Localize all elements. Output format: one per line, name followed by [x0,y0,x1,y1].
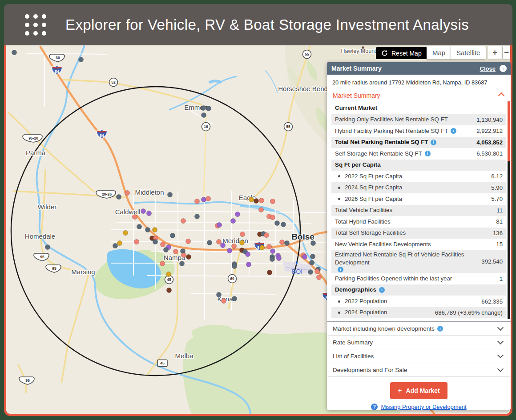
accordion-rate-summary[interactable]: Rate Summary [328,336,510,349]
facility-marker-purple[interactable] [235,212,240,217]
facility-marker-slate[interactable] [180,261,185,266]
section-market-summary[interactable]: Market Summary [327,88,511,102]
info-icon[interactable]: i [425,151,431,156]
facility-marker-salmon[interactable] [267,244,272,249]
facility-marker-slate[interactable] [217,292,222,297]
facility-marker-slate[interactable] [202,113,206,118]
facility-marker-salmon[interactable] [181,253,186,258]
accordion-list-of-facilities[interactable]: List of Facilities [328,349,510,363]
reset-map-button[interactable]: Reset Map [376,47,427,59]
scrollbar-thumb[interactable] [508,101,510,161]
facility-marker-salmon[interactable] [134,240,139,244]
facility-marker-slate[interactable] [45,245,50,250]
facility-marker-gold[interactable] [117,241,122,246]
facility-marker-purple[interactable] [147,211,152,216]
zoom-out-button[interactable]: − [503,46,510,59]
info-icon[interactable]: i [437,326,443,332]
facility-marker-gold[interactable] [166,272,171,277]
info-icon[interactable]: i [338,267,343,272]
add-market-button[interactable]: + Add Market [390,382,447,399]
facility-marker-slate[interactable] [207,240,212,245]
facility-marker-slate[interactable] [201,106,206,111]
facility-marker-slate[interactable] [145,228,150,232]
facility-marker-purple[interactable] [221,243,226,248]
facility-marker-brown[interactable] [167,288,172,293]
satellite-type-button[interactable]: Satellite [451,46,486,59]
facility-marker-purple[interactable] [141,209,146,214]
facility-marker-purple[interactable] [302,255,307,260]
missing-property-link[interactable]: ? Missing Property or Development [371,404,466,410]
facility-marker-salmon[interactable] [270,215,275,220]
facility-marker-salmon[interactable] [264,233,269,238]
zoom-in-button[interactable]: + [488,46,502,59]
facility-marker-slate[interactable] [113,244,118,248]
info-icon[interactable]: i [379,287,385,293]
facility-marker-slate[interactable] [232,296,237,301]
facility-marker-slate[interactable] [164,248,169,252]
facility-marker-salmon[interactable] [280,240,285,245]
facility-marker-salmon[interactable] [186,239,191,244]
facility-marker-purple[interactable] [246,262,251,267]
facility-marker-purple[interactable] [202,197,206,202]
facility-marker-purple[interactable] [217,223,222,228]
info-icon[interactable]: i [451,128,456,134]
map-type-button[interactable]: Map [427,46,451,59]
map-label-melba: Melba [175,352,194,360]
facility-marker-salmon[interactable] [125,191,130,196]
facility-marker-salmon[interactable] [217,240,222,244]
info-icon[interactable]: i [431,140,436,145]
facility-marker-slate[interactable] [232,264,237,269]
facility-marker-brown[interactable] [254,199,259,204]
facility-marker-gold[interactable] [240,240,245,245]
facility-marker-slate[interactable] [285,241,290,246]
accordion-market-including-known-developments[interactable]: Market including known developmentsi [328,322,510,336]
facility-marker-slate[interactable] [270,257,275,262]
facility-marker-slate[interactable] [117,195,121,200]
facility-marker-slate[interactable] [281,222,286,227]
facility-marker-slate[interactable] [275,221,280,226]
facility-marker-slate[interactable] [310,254,315,259]
facility-marker-salmon[interactable] [240,232,245,237]
close-link[interactable]: Close [480,65,496,72]
facility-marker-slate[interactable] [310,260,314,265]
facility-marker-gold[interactable] [260,245,265,250]
facility-marker-salmon[interactable] [195,199,200,204]
facility-marker-salmon[interactable] [160,261,165,266]
facility-marker-salmon[interactable] [161,242,165,247]
facility-marker-gold[interactable] [123,231,128,236]
facility-marker-salmon[interactable] [315,269,320,274]
panel-scrollbar[interactable] [508,101,510,319]
facility-marker-slate[interactable] [308,270,313,275]
facility-marker-slate[interactable] [168,192,173,197]
facility-marker-slate[interactable] [79,57,84,62]
facility-marker-brown[interactable] [267,270,272,275]
facility-marker-purple[interactable] [231,219,236,224]
facility-marker-brown[interactable] [186,255,191,260]
facility-marker-slate[interactable] [137,224,142,229]
collapse-up-icon[interactable]: ↑ [500,65,507,72]
facility-marker-salmon[interactable] [222,299,226,304]
facility-marker-gold[interactable] [249,197,254,202]
facility-marker-salmon[interactable] [181,219,186,224]
facility-marker-salmon[interactable] [173,249,178,254]
facility-marker-slate[interactable] [12,50,17,55]
facility-marker-purple[interactable] [227,248,232,253]
facility-marker-salmon[interactable] [259,208,264,212]
facility-marker-salmon[interactable] [232,244,237,249]
facility-marker-salmon[interactable] [317,275,322,280]
facility-marker-salmon[interactable] [270,199,275,204]
facility-marker-slate[interactable] [311,241,316,246]
facility-marker-salmon[interactable] [259,198,264,203]
facility-marker-purple[interactable] [277,256,282,261]
accordion-developments-and-for-sale[interactable]: Developments and For Sale [328,363,510,377]
facility-marker-slate[interactable] [153,240,158,244]
facility-marker-slate[interactable] [195,214,200,219]
facility-marker-slate[interactable] [206,106,211,111]
facility-marker-salmon[interactable] [133,215,137,220]
facility-marker-gold[interactable] [153,228,157,232]
facility-marker-salmon[interactable] [206,196,211,201]
facility-marker-purple[interactable] [246,252,250,257]
facility-marker-slate[interactable] [170,233,175,238]
summary-row: Total Vehicle Facilities11 [331,205,506,216]
facility-marker-purple[interactable] [270,249,275,254]
